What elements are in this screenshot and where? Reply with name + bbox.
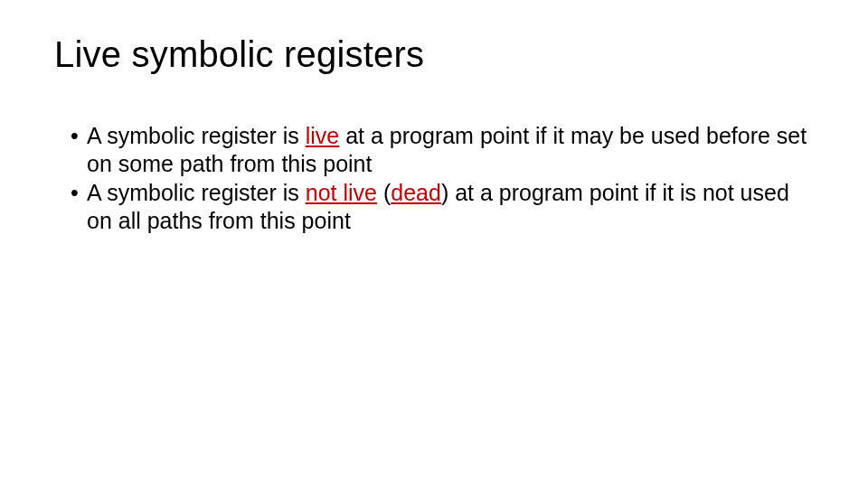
bullet-text-mid: ( xyxy=(377,180,391,205)
bullet-list: A symbolic register is live at a program… xyxy=(54,122,814,234)
slide-title: Live symbolic registers xyxy=(54,34,814,75)
bullet-highlight: live xyxy=(306,123,340,148)
bullet-text-pre: A symbolic register is xyxy=(87,123,306,148)
bullet-item: A symbolic register is not live (dead) a… xyxy=(71,179,814,234)
slide-container: Live symbolic registers A symbolic regis… xyxy=(0,0,868,272)
bullet-text-pre: A symbolic register is xyxy=(87,180,306,205)
bullet-highlight: dead xyxy=(391,180,441,205)
bullet-item: A symbolic register is live at a program… xyxy=(71,122,814,177)
bullet-highlight: not live xyxy=(306,180,377,205)
